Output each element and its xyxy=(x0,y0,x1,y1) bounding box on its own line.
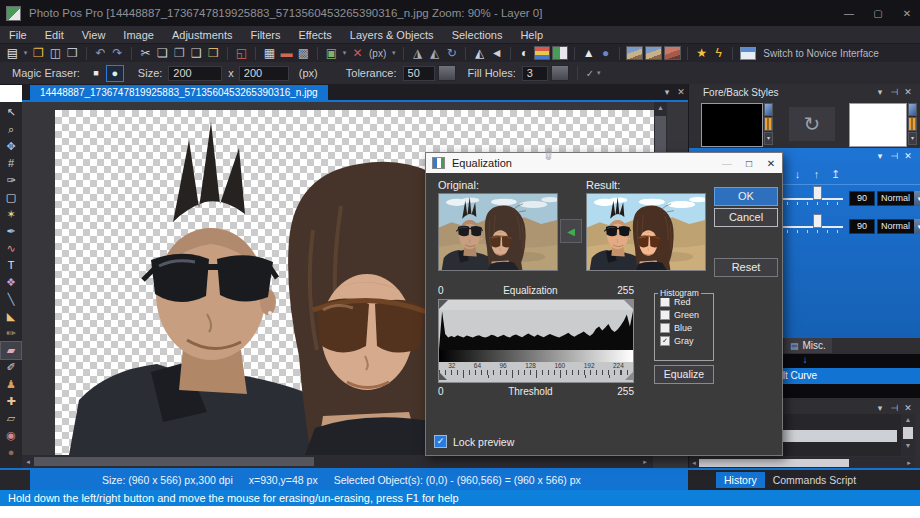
crop-tool-icon[interactable]: # xyxy=(1,155,21,172)
scroll-up-icon[interactable]: ▲ xyxy=(654,102,667,114)
pin-icon[interactable]: ⊤ xyxy=(889,401,899,415)
chevron-down-icon[interactable]: ▾ xyxy=(873,151,887,161)
minimize-button[interactable]: — xyxy=(836,8,862,19)
effect-thumb-3-icon[interactable] xyxy=(664,46,681,60)
ok-button[interactable]: OK xyxy=(714,187,778,206)
dialog-title-bar[interactable]: Equalization — □ ✕ xyxy=(426,153,782,173)
channel-row[interactable]: ✓ Gray xyxy=(660,336,713,346)
patch-tool-icon[interactable]: ▱ xyxy=(1,410,21,427)
blend-mode-select[interactable]: Normal xyxy=(877,191,916,206)
vertical-scroll-thumb[interactable] xyxy=(903,427,913,439)
threshold-ruler[interactable]: 326496128160192224 xyxy=(439,362,633,378)
switch-novice-label[interactable]: Switch to Novice Interface xyxy=(760,45,882,62)
move-tool-icon[interactable]: ✥ xyxy=(1,138,21,155)
canvas-horizontal-scrollbar[interactable]: ◂ ▸ xyxy=(22,455,653,468)
auto-contrast-icon[interactable]: ◭ xyxy=(426,45,443,62)
color-picker-tool-icon[interactable]: ✐ xyxy=(1,359,21,376)
menu-item[interactable]: Adjustments xyxy=(163,27,242,43)
threshold-right-handle[interactable] xyxy=(625,372,633,380)
px-unit-dropdown[interactable]: ▾ xyxy=(389,49,398,57)
channel-row[interactable]: ✓ Red xyxy=(660,297,713,307)
color-levels-icon[interactable] xyxy=(534,46,550,60)
close-icon[interactable]: ✕ xyxy=(901,403,915,413)
menu-item[interactable]: Edit xyxy=(36,27,73,43)
background-style-options[interactable]: ▾ xyxy=(908,103,917,145)
gradient-style-icon[interactable] xyxy=(764,103,773,116)
zoom-tool-icon[interactable]: ⌕ xyxy=(1,121,21,138)
reset-button[interactable]: Reset xyxy=(714,258,778,277)
equalize-button[interactable]: Equalize xyxy=(654,365,714,384)
clone-stamp-tool-icon[interactable]: ♟ xyxy=(1,376,21,393)
resize-image-icon[interactable]: ◱ xyxy=(233,45,250,62)
blend-dropdown-button[interactable]: ▾ xyxy=(914,191,920,206)
lasso-tool-icon[interactable]: ∿ xyxy=(1,240,21,257)
document-tab[interactable]: 14448887_1736747819925883_57135604532653… xyxy=(30,85,328,100)
path-tool-icon[interactable]: ✑ xyxy=(1,172,21,189)
opacity-slider-thumb[interactable] xyxy=(813,186,822,200)
channel-row[interactable]: ✓ Green xyxy=(660,310,713,320)
lock-preview-checkbox[interactable]: ✓ xyxy=(434,435,447,448)
paste-icon[interactable]: ❑ xyxy=(188,45,205,62)
menu-item[interactable]: Filters xyxy=(241,27,289,43)
close-button[interactable]: ✕ xyxy=(894,8,920,19)
pin-icon[interactable]: ⊤ xyxy=(889,149,899,163)
panel-tab[interactable]: History xyxy=(716,472,765,488)
square-brush-button[interactable]: ■ xyxy=(88,66,104,81)
move-down-icon[interactable]: ↓ xyxy=(788,165,807,183)
channel-checkbox[interactable]: ✓ xyxy=(660,336,670,346)
insert-image-icon[interactable]: ▣ xyxy=(323,45,340,62)
effect-thumb-1-icon[interactable] xyxy=(626,46,643,60)
magic-wand-tool-icon[interactable]: ✶ xyxy=(1,206,21,223)
size-height-input[interactable] xyxy=(239,66,289,81)
line-tool-icon[interactable]: ╲ xyxy=(1,291,21,308)
new-file-dropdown[interactable]: ▾ xyxy=(21,49,30,57)
shapes-tool-icon[interactable]: ❖ xyxy=(1,274,21,291)
favorites-icon[interactable]: ★ xyxy=(693,45,710,62)
brightness-contrast-icon[interactable]: ◐ xyxy=(516,45,533,62)
menu-item[interactable]: File xyxy=(0,27,36,43)
auto-levels-icon[interactable]: ◮ xyxy=(409,45,426,62)
channel-row[interactable]: ✓ Blue xyxy=(660,323,713,333)
pin-icon[interactable]: ⊤ xyxy=(889,85,899,99)
sharpen-icon[interactable]: ▲ xyxy=(580,45,597,62)
channel-checkbox[interactable]: ✓ xyxy=(660,297,670,307)
blend-dropdown-button[interactable]: ▾ xyxy=(914,219,920,234)
blur-icon[interactable]: ● xyxy=(597,45,614,62)
rotate-icon[interactable]: ↻ xyxy=(443,45,460,62)
foreground-style-options[interactable]: ▾ xyxy=(764,103,773,145)
eraser-tool-icon[interactable]: ▰ xyxy=(1,342,21,359)
scroll-up-icon[interactable]: ▲ xyxy=(901,414,915,426)
fill-holes-wand-button[interactable] xyxy=(551,65,569,81)
chevron-down-icon[interactable]: ▾ xyxy=(873,87,887,97)
blend-mode-select[interactable]: Normal xyxy=(877,219,916,234)
cancel-button[interactable]: Cancel xyxy=(714,208,778,227)
burn-tool-icon[interactable]: ● xyxy=(1,444,21,461)
healing-tool-icon[interactable]: ✚ xyxy=(1,393,21,410)
undo-icon[interactable]: ↶ xyxy=(92,45,109,62)
equalization-right-handle[interactable] xyxy=(624,300,633,309)
circle-brush-button[interactable]: ● xyxy=(106,65,124,82)
misc-tab[interactable]: ▤ Misc. xyxy=(784,338,832,353)
foreground-color-swatch[interactable] xyxy=(701,103,763,147)
novice-interface-icon[interactable] xyxy=(740,47,756,60)
horizontal-scroll-thumb[interactable] xyxy=(34,457,314,466)
save-all-icon[interactable]: ❒ xyxy=(64,45,81,62)
copy-merged-icon[interactable]: ❐ xyxy=(171,45,188,62)
options-extra-icon[interactable]: ✓ xyxy=(586,68,594,79)
ruler-icon[interactable]: ▬ xyxy=(278,45,295,62)
flip-horizontal-icon[interactable]: ◭ xyxy=(471,45,488,62)
paste-as-new-icon[interactable]: ❒ xyxy=(205,45,222,62)
opacity-slider-thumb[interactable] xyxy=(813,214,822,228)
scroll-left-icon[interactable]: ◂ xyxy=(22,456,34,468)
threshold-left-handle[interactable] xyxy=(439,372,447,380)
grid-icon[interactable]: ▦ xyxy=(261,45,278,62)
apply-back-arrow-button[interactable]: ◀ xyxy=(560,219,582,243)
chevron-down-icon[interactable]: ▾ xyxy=(873,403,887,413)
opacity-value[interactable]: 90 xyxy=(849,191,875,206)
text-tool-icon[interactable]: T xyxy=(1,257,21,274)
dialog-minimize-button[interactable]: — xyxy=(716,158,738,169)
cut-icon[interactable]: ✂ xyxy=(137,45,154,62)
save-icon[interactable]: ◫ xyxy=(47,45,64,62)
maximize-button[interactable]: ▢ xyxy=(865,8,891,19)
menu-item[interactable]: View xyxy=(73,27,115,43)
